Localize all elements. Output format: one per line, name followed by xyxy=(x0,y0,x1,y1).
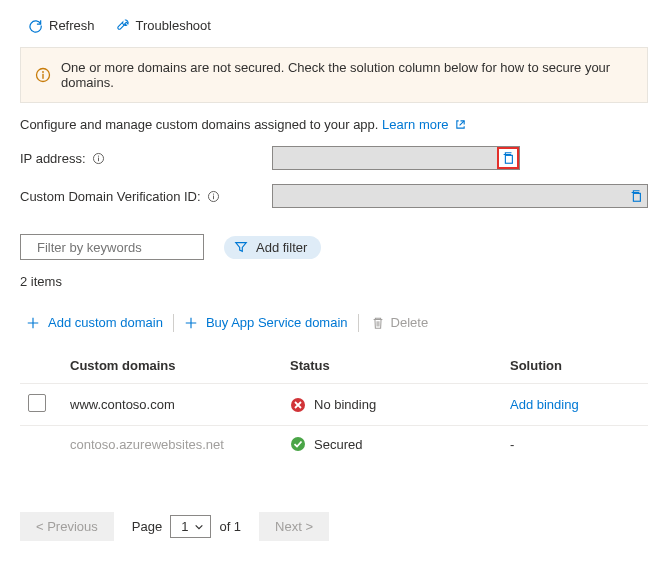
error-icon xyxy=(290,397,306,413)
troubleshoot-label: Troubleshoot xyxy=(136,18,211,33)
delete-button: Delete xyxy=(363,311,437,334)
page-select[interactable]: 1 xyxy=(170,515,211,538)
table-row[interactable]: www.contoso.com No binding Add binding xyxy=(20,384,648,426)
pager: < Previous Page 1 of 1 Next > xyxy=(20,512,648,541)
info-icon[interactable] xyxy=(207,190,220,203)
refresh-label: Refresh xyxy=(49,18,95,33)
refresh-icon xyxy=(28,18,43,33)
ip-address-label: IP address: xyxy=(20,151,272,166)
plus-icon xyxy=(184,316,198,330)
search-input[interactable] xyxy=(37,240,205,255)
col-solution-header[interactable]: Solution xyxy=(502,348,648,384)
info-icon[interactable] xyxy=(92,152,105,165)
search-box[interactable] xyxy=(20,234,204,260)
svg-rect-6 xyxy=(505,155,512,163)
svg-point-4 xyxy=(97,155,98,156)
page-description: Configure and manage custom domains assi… xyxy=(20,117,648,132)
copy-icon xyxy=(501,151,515,165)
svg-rect-10 xyxy=(633,193,640,201)
refresh-button[interactable]: Refresh xyxy=(20,14,103,37)
table-row[interactable]: contoso.azurewebsites.net Secured - xyxy=(20,426,648,463)
domains-table: Custom domains Status Solution www.conto… xyxy=(20,348,648,462)
trash-icon xyxy=(371,316,385,330)
domain-cell: www.contoso.com xyxy=(62,384,282,426)
description-text: Configure and manage custom domains assi… xyxy=(20,117,382,132)
success-icon xyxy=(290,436,306,452)
chevron-down-icon xyxy=(194,522,204,532)
external-link-icon xyxy=(455,119,466,130)
add-filter-button[interactable]: Add filter xyxy=(224,236,321,259)
ip-address-input[interactable] xyxy=(272,146,520,170)
svg-point-8 xyxy=(212,193,213,194)
svg-point-1 xyxy=(42,71,44,73)
wrench-icon xyxy=(115,18,130,33)
cdv-row: Custom Domain Verification ID: xyxy=(20,184,648,208)
svg-rect-5 xyxy=(98,157,99,161)
row-checkbox[interactable] xyxy=(28,394,46,412)
page-indicator: Page 1 of 1 xyxy=(132,515,241,538)
warning-banner: One or more domains are not secured. Che… xyxy=(20,47,648,103)
next-page-button: Next > xyxy=(259,512,329,541)
col-domain-header[interactable]: Custom domains xyxy=(62,348,282,384)
copy-cdv-button[interactable] xyxy=(626,186,646,206)
info-warning-icon xyxy=(35,67,51,83)
svg-rect-2 xyxy=(42,74,43,79)
cdv-input[interactable] xyxy=(272,184,648,208)
ip-address-row: IP address: xyxy=(20,146,648,170)
copy-ip-button[interactable] xyxy=(497,147,519,169)
cdv-label: Custom Domain Verification ID: xyxy=(20,189,272,204)
col-status-header[interactable]: Status xyxy=(282,348,502,384)
svg-rect-9 xyxy=(213,195,214,199)
status-text: Secured xyxy=(314,437,362,452)
svg-point-13 xyxy=(291,437,305,451)
command-bar: Refresh Troubleshoot xyxy=(20,10,648,47)
copy-icon xyxy=(629,189,643,203)
separator xyxy=(358,314,359,332)
action-bar: Add custom domain Buy App Service domain… xyxy=(20,303,648,342)
add-custom-domain-button[interactable]: Add custom domain xyxy=(20,311,169,334)
learn-more-link[interactable]: Learn more xyxy=(382,117,466,132)
status-text: No binding xyxy=(314,397,376,412)
filter-row: Add filter xyxy=(20,234,648,260)
plus-icon xyxy=(26,316,40,330)
troubleshoot-button[interactable]: Troubleshoot xyxy=(107,14,219,37)
col-checkbox xyxy=(20,348,62,384)
previous-page-button: < Previous xyxy=(20,512,114,541)
filter-icon xyxy=(234,240,248,254)
solution-cell: - xyxy=(502,426,648,463)
add-binding-link[interactable]: Add binding xyxy=(510,397,579,412)
domain-cell: contoso.azurewebsites.net xyxy=(62,426,282,463)
item-count: 2 items xyxy=(20,274,648,289)
separator xyxy=(173,314,174,332)
banner-text: One or more domains are not secured. Che… xyxy=(61,60,633,90)
buy-domain-button[interactable]: Buy App Service domain xyxy=(178,311,354,334)
